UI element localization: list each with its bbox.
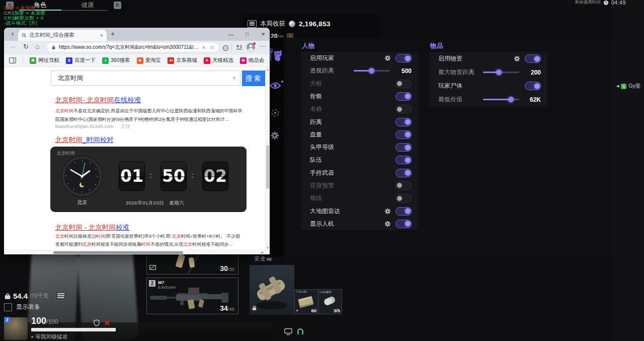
bookmark-item[interactable]: 淘 爱淘宝	[137, 57, 162, 64]
toggle-switch[interactable]	[525, 54, 541, 63]
toggle-switch[interactable]	[395, 220, 412, 228]
clear-search-icon[interactable]: ×	[228, 71, 240, 86]
result-url: biaozhunshijian.51240.com 反馈	[55, 123, 130, 130]
teammate-number-badge: 1	[621, 84, 626, 89]
close-button[interactable]: ×	[256, 28, 270, 41]
bookmarks-overflow-chevron[interactable]: ›	[260, 57, 262, 64]
favorites-collections-icon[interactable]	[235, 44, 243, 53]
weapon-slot-secondary[interactable]: 2 M7 6.8x51mm 34/45	[146, 278, 238, 314]
tab-search-chevron-icon[interactable]: ∨	[8, 30, 17, 38]
bookmark-item[interactable]: 3 360搜索	[102, 57, 130, 64]
toggle-switch[interactable]	[395, 130, 412, 139]
maximize-button[interactable]: □	[239, 28, 255, 41]
weapon-name: M7	[158, 280, 165, 285]
bookmark-favicon: 淘	[137, 57, 143, 64]
toggle-switch[interactable]	[395, 181, 412, 190]
setting-label: 名称	[310, 105, 322, 113]
chest-rig-item[interactable]	[250, 265, 294, 315]
tab-title: 北京时间_综合搜索	[29, 32, 98, 39]
title-fragment: 校准	[116, 224, 129, 231]
aimbot-tab-target-icon[interactable]	[271, 108, 280, 119]
bookmark-item[interactable]: 天 天猫精选	[204, 57, 233, 64]
extension-icon[interactable]	[222, 44, 229, 53]
read-aloud-icon[interactable]: A	[202, 45, 205, 50]
scrollbar-thumb[interactable]	[53, 251, 183, 254]
gear-icon[interactable]	[384, 55, 391, 61]
setting-row: 视线	[301, 192, 418, 204]
home-button[interactable]: ⌂	[35, 42, 39, 50]
result-url-text: biaozhunshijian.51240.com	[55, 123, 113, 129]
toggle-switch[interactable]	[395, 207, 412, 216]
scroll-up-icon[interactable]: ▲	[266, 68, 270, 71]
show-equipment-checkbox[interactable]	[4, 303, 12, 311]
secondary-ammo-max: /45	[228, 306, 234, 312]
setting-slider[interactable]	[483, 72, 519, 73]
address-bar[interactable]: https://www.so.com/s?q=北京时间&src=lm&ls=sm…	[46, 42, 219, 52]
toggle-switch[interactable]	[395, 194, 412, 202]
result-title-link[interactable]: 北京时间_时间校对	[55, 135, 114, 145]
desc-fragment: 北京	[184, 242, 193, 247]
result-title-link[interactable]: 北京时间- 北京时间在线校准	[55, 96, 141, 105]
toggle-switch[interactable]	[395, 54, 412, 62]
favorite-star-icon[interactable]: ☆	[209, 44, 214, 51]
primary-ammo: 30	[220, 264, 228, 272]
gear-icon[interactable]	[384, 221, 391, 227]
bookmark-item[interactable]: 百 百度一下	[66, 57, 96, 64]
weapon-slot-primary[interactable]: 30/30	[146, 252, 238, 275]
item-slot-ammo[interactable]: 7.62x39 60	[294, 289, 318, 314]
more-menu-icon[interactable]: ⋯	[260, 43, 266, 50]
bookmark-item[interactable]: JD 京东商城	[168, 57, 197, 64]
setting-slider[interactable]	[354, 70, 390, 72]
reload-button[interactable]: ↻	[23, 43, 29, 50]
bookmark-label: 爱淘宝	[145, 57, 162, 64]
weapon-grip	[189, 257, 195, 267]
horizontal-scrollbar[interactable]: ▶	[4, 250, 266, 254]
bookmark-item[interactable]: 网 网址导航	[30, 57, 59, 64]
setting-label: 启用玩家	[310, 54, 334, 62]
rank-dot-icon	[31, 336, 33, 338]
weight-row: 54.4 /70千克	[4, 291, 67, 301]
scene-right	[611, 0, 644, 341]
search-button[interactable]: 搜索	[242, 71, 266, 86]
settings-tab-gear-icon[interactable]	[270, 131, 279, 142]
scrollbar-thumb[interactable]	[266, 145, 269, 189]
toggle-switch[interactable]	[525, 82, 541, 90]
loot-list-icon[interactable]	[248, 20, 257, 28]
setting-row: 最低价值 62K	[429, 94, 547, 106]
toggle-switch[interactable]	[395, 118, 412, 126]
item-slot-bandage[interactable]: UVE绷带 3/5	[318, 289, 342, 314]
setting-row: 启用物资	[429, 53, 547, 65]
secondary-ammo: 34	[220, 304, 228, 312]
left-arrow-icon: ◀	[616, 84, 619, 88]
new-tab-button[interactable]: +	[111, 30, 115, 38]
toggle-switch[interactable]	[395, 143, 412, 152]
gear-icon[interactable]	[514, 55, 520, 62]
result-title-link[interactable]: 北京时间 - 北京时间校准	[55, 223, 129, 232]
vertical-scrollbar[interactable]: ▲ ▼	[265, 67, 270, 254]
search-input[interactable]: 北京时间	[51, 71, 240, 86]
feedback-link[interactable]: 反馈	[121, 123, 130, 129]
toggle-switch[interactable]	[395, 156, 412, 164]
sidebar-panel-icon[interactable]	[9, 57, 16, 63]
scroll-down-icon[interactable]: ▼	[266, 246, 270, 249]
setting-label: 方框	[310, 80, 322, 88]
browser-tab[interactable]: 北京时间_综合搜索 ×	[18, 30, 107, 41]
bookmark-favicon: 网	[30, 57, 36, 64]
scroll-right-icon[interactable]: ▶	[261, 250, 264, 254]
equipment-list-button[interactable]	[55, 291, 67, 301]
desc-fragment: 不是在北京确定的,而是由位于中国版图几何中心位置陕西临潼和陕西蒲城的中国科学	[73, 108, 243, 113]
gear-icon[interactable]	[384, 208, 391, 215]
minimize-button[interactable]: —	[223, 28, 238, 41]
tab-health[interactable]: 健康	[64, 0, 111, 11]
toggle-switch[interactable]	[395, 92, 412, 101]
toggle-switch[interactable]	[395, 169, 412, 177]
clock-city: 北京	[72, 199, 92, 206]
setting-slider[interactable]	[483, 99, 519, 100]
toggle-switch[interactable]	[395, 80, 412, 88]
ammo-box-image	[298, 296, 313, 308]
back-button[interactable]: ←	[10, 42, 17, 50]
tab-close-icon[interactable]: ×	[100, 32, 103, 38]
esp-tab-eye-icon[interactable]	[270, 82, 281, 91]
toggle-switch[interactable]	[395, 105, 412, 113]
setting-label: 骨骼	[310, 92, 322, 101]
